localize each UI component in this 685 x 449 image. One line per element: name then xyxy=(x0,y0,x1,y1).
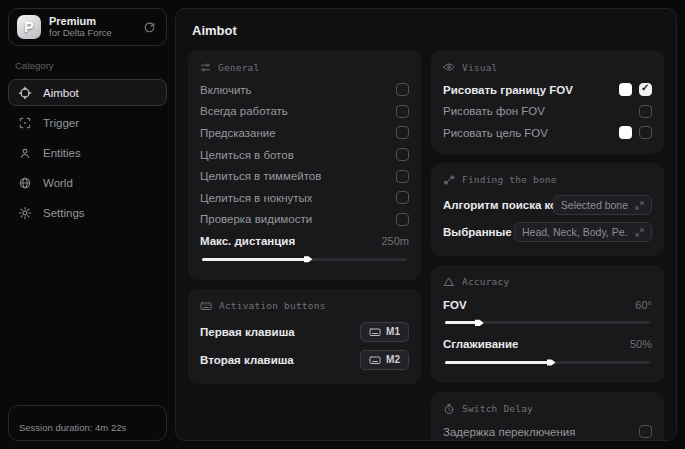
right-column: Visual Рисовать границу FOV Рисовать фон… xyxy=(431,50,664,441)
globe-icon xyxy=(18,176,32,190)
sidebar-item-label: Aimbot xyxy=(43,87,79,99)
setting-label: Задержка переключения xyxy=(443,426,575,438)
app-window: P Premium for Delta Force Category Aimbo… xyxy=(0,0,685,449)
max-distance-slider[interactable] xyxy=(202,255,407,264)
fov-target-color-swatch[interactable] xyxy=(619,126,632,139)
sidebar-item-label: Settings xyxy=(43,207,85,219)
setting-label: Целиться в ботов xyxy=(200,149,294,161)
stopwatch-icon xyxy=(443,403,455,415)
dropdown-row: Выбранные кости Head, Neck, Body, Pe... xyxy=(443,219,652,246)
panel-title: Visual xyxy=(462,62,498,73)
second-key-button[interactable]: M2 xyxy=(360,350,409,370)
sidebar: P Premium for Delta Force Category Aimbo… xyxy=(0,0,175,449)
visual-panel: Visual Рисовать границу FOV Рисовать фон… xyxy=(431,50,664,154)
activation-buttons-panel: Activation buttons Первая клавиша M1 Вто… xyxy=(188,289,421,384)
panel-title: Finding the bone xyxy=(462,174,557,185)
slider-thumb[interactable] xyxy=(547,358,556,366)
selected-bones-select[interactable]: Head, Neck, Body, Pe... xyxy=(514,222,652,242)
panel-title: Switch Delay xyxy=(462,403,533,414)
setting-row: Задержка переключения xyxy=(443,421,652,441)
setting-label: Проверка видимости xyxy=(200,213,312,225)
setting-label: FOV xyxy=(443,299,467,311)
trigger-scope-icon xyxy=(18,116,32,130)
app-title: Premium xyxy=(49,15,135,28)
refresh-icon[interactable] xyxy=(143,21,156,34)
fov-value: 60° xyxy=(635,299,652,311)
target-teammates-checkbox[interactable] xyxy=(396,170,409,183)
fov-slider[interactable] xyxy=(445,318,650,327)
setting-row: Целиться в нокнутых xyxy=(200,187,409,209)
setting-row: Целиться в ботов xyxy=(200,144,409,166)
setting-label: Рисовать границу FOV xyxy=(443,84,573,96)
setting-label: Предсказание xyxy=(200,127,276,139)
logo-icon: P xyxy=(17,15,41,39)
keyboard-icon xyxy=(200,300,212,312)
enable-checkbox[interactable] xyxy=(396,83,409,96)
keybind-value: M1 xyxy=(386,326,400,337)
setting-label: Всегда работать xyxy=(200,105,288,117)
panel-title: Activation buttons xyxy=(219,300,326,311)
setting-label: Алгоритм поиска костей xyxy=(443,199,553,211)
target-knocked-checkbox[interactable] xyxy=(396,191,409,204)
setting-row: Предсказание xyxy=(200,122,409,144)
general-panel: General Включить Всегда работать Предска… xyxy=(188,50,421,280)
setting-row: Проверка видимости xyxy=(200,209,409,231)
max-distance-value: 250m xyxy=(381,235,409,247)
session-duration: Session duration: 4m 22s xyxy=(19,422,126,433)
setting-label: Рисовать цель FOV xyxy=(443,127,548,139)
dropdown-row: Алгоритм поиска костей Selected bone xyxy=(443,192,652,219)
draw-fov-target-checkbox[interactable] xyxy=(639,126,652,139)
bone-icon xyxy=(443,174,455,186)
sidebar-item-settings[interactable]: Settings xyxy=(8,199,167,226)
logo-card: P Premium for Delta Force xyxy=(8,8,167,46)
fov-border-color-swatch[interactable] xyxy=(619,83,632,96)
triangle-icon xyxy=(443,276,455,288)
prediction-checkbox[interactable] xyxy=(396,126,409,139)
sidebar-item-trigger[interactable]: Trigger xyxy=(8,109,167,136)
sidebar-item-aimbot[interactable]: Aimbot xyxy=(8,79,167,106)
keybind-row: Вторая клавиша M2 xyxy=(200,346,409,374)
target-bots-checkbox[interactable] xyxy=(396,148,409,161)
setting-row: Рисовать цель FOV xyxy=(443,122,652,144)
session-card: Session duration: 4m 22s xyxy=(8,405,167,441)
bone-algorithm-select[interactable]: Selected bone xyxy=(553,195,652,215)
draw-fov-background-checkbox[interactable] xyxy=(639,105,652,118)
sidebar-item-label: World xyxy=(43,177,73,189)
setting-row: Рисовать границу FOV xyxy=(443,79,652,101)
setting-row: Рисовать фон FOV xyxy=(443,101,652,123)
draw-fov-border-checkbox[interactable] xyxy=(639,83,652,96)
smoothing-value: 50% xyxy=(630,338,652,350)
sidebar-item-world[interactable]: World xyxy=(8,169,167,196)
finding-bone-panel: Finding the bone Алгоритм поиска костей … xyxy=(431,163,664,256)
setting-row: Целиться в тиммейтов xyxy=(200,165,409,187)
category-nav: Aimbot Trigger Entities World xyxy=(8,79,167,226)
setting-label: Рисовать фон FOV xyxy=(443,105,545,117)
app-subtitle: for Delta Force xyxy=(49,28,135,39)
sidebar-item-entities[interactable]: Entities xyxy=(8,139,167,166)
keyboard-icon xyxy=(369,326,381,338)
switch-delay-checkbox[interactable] xyxy=(639,425,652,438)
setting-label: Целиться в нокнутых xyxy=(200,192,313,204)
slider-row: FOV 60° xyxy=(443,294,652,316)
setting-label: Макс. дистанция xyxy=(200,235,295,247)
expand-icon xyxy=(635,201,644,210)
category-label: Category xyxy=(15,60,167,71)
main-panel: Aimbot General Включить xyxy=(175,8,677,441)
smoothing-slider[interactable] xyxy=(445,358,650,367)
expand-icon xyxy=(635,228,644,237)
always-work-checkbox[interactable] xyxy=(396,105,409,118)
setting-label: Выбранные кости xyxy=(443,226,514,238)
setting-label: Вторая клавиша xyxy=(200,354,294,366)
slider-thumb[interactable] xyxy=(304,255,313,263)
setting-row: Включить xyxy=(200,79,409,101)
visibility-check-checkbox[interactable] xyxy=(396,213,409,226)
slider-row: Сглаживание 50% xyxy=(443,333,652,355)
setting-row: Всегда работать xyxy=(200,101,409,123)
selected-value: Selected bone xyxy=(561,199,628,211)
left-column: General Включить Всегда работать Предска… xyxy=(188,50,421,441)
selected-value: Head, Neck, Body, Pe... xyxy=(522,226,628,238)
first-key-button[interactable]: M1 xyxy=(360,322,409,342)
setting-label: Первая клавиша xyxy=(200,326,295,338)
panel-title: General xyxy=(218,62,259,73)
slider-thumb[interactable] xyxy=(475,319,484,327)
